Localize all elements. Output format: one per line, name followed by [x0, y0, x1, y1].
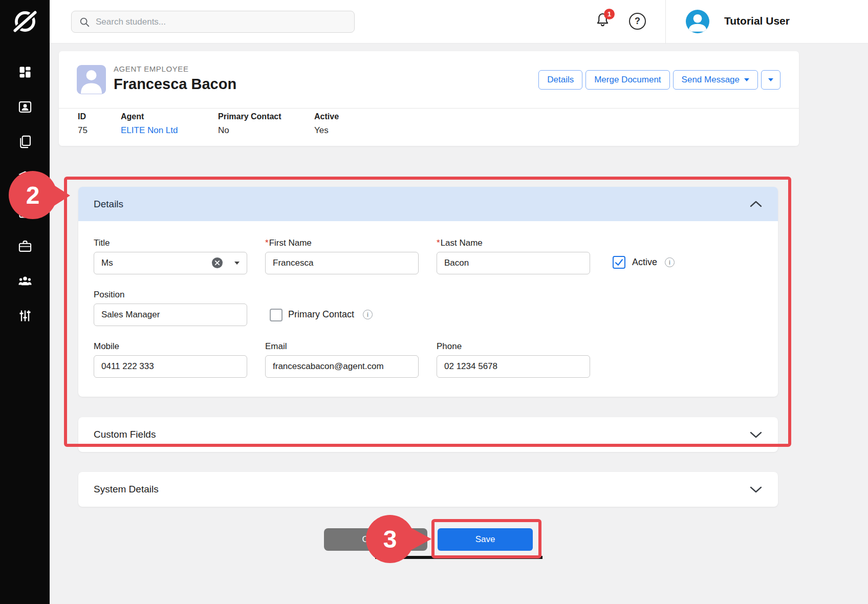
info-active-label: Active: [314, 112, 339, 121]
info-active: Active Yes: [314, 112, 339, 136]
details-button[interactable]: Details: [538, 70, 582, 90]
merge-document-button-label: Merge Document: [594, 75, 661, 85]
required-asterisk: *: [265, 238, 269, 248]
email-label: Email: [265, 341, 287, 352]
annotation-arrow-3: [410, 527, 431, 551]
details-section-header[interactable]: Details: [78, 187, 778, 221]
search-input[interactable]: [96, 17, 347, 27]
details-section: Details Title *First Name *Last Name: [78, 187, 778, 397]
search-icon: [79, 16, 90, 28]
title-label: Title: [94, 238, 110, 248]
title-select: [94, 252, 247, 274]
info-icon: i: [665, 257, 675, 267]
divider: [59, 108, 799, 109]
info-id-label: ID: [78, 112, 88, 121]
topbar-divider: [665, 0, 666, 44]
entity-avatar: [77, 65, 106, 94]
position-input[interactable]: [94, 304, 247, 326]
briefcase-icon: [18, 239, 32, 253]
info-primary-contact: Primary Contact No: [218, 112, 281, 136]
annotation-step-3-number: 3: [383, 525, 397, 553]
sidebar: [0, 0, 50, 604]
page-title: Francesca Bacon: [114, 76, 236, 93]
person-icon: [686, 10, 709, 33]
dashboard-icon: [18, 65, 32, 79]
active-checkbox-label: Active: [632, 257, 657, 268]
send-message-button-label: Send Message: [682, 75, 740, 85]
position-label: Position: [94, 290, 124, 300]
sidebar-item-agents[interactable]: [0, 269, 50, 293]
caret-down-icon: [768, 78, 773, 81]
email-input[interactable]: [265, 355, 419, 378]
logo-icon: [10, 7, 40, 36]
search-box: [71, 11, 355, 33]
phone-input[interactable]: [437, 355, 590, 378]
sidebar-item-dashboard[interactable]: [0, 60, 50, 84]
sidebar-item-contacts[interactable]: [0, 95, 50, 119]
system-details-title: System Details: [94, 484, 159, 495]
topbar: 1 ? Tutorial User: [50, 0, 868, 44]
user-avatar[interactable]: [686, 10, 709, 33]
chevron-down-icon: [749, 486, 763, 493]
info-agent-label: Agent: [121, 112, 178, 121]
app-logo[interactable]: [10, 7, 40, 36]
sidebar-item-services[interactable]: [0, 234, 50, 258]
annotation-step-2-number: 2: [26, 181, 40, 209]
agent-link[interactable]: ELITE Non Ltd: [121, 125, 178, 136]
custom-fields-section-header[interactable]: Custom Fields: [78, 417, 778, 452]
chevron-down-icon: [749, 431, 763, 439]
phone-label: Phone: [437, 341, 462, 352]
mobile-input[interactable]: [94, 355, 247, 378]
title-input[interactable]: [94, 252, 247, 274]
send-message-button[interactable]: Send Message: [673, 70, 758, 90]
annotation-balloon-3: 3: [366, 515, 414, 563]
entity-header-card: AGENT EMPLOYEE Francesca Bacon Details M…: [59, 51, 799, 146]
primary-contact-checkbox-label: Primary Contact: [288, 309, 354, 320]
header-actions: Details Merge Document Send Message: [538, 70, 780, 90]
system-details-section-header[interactable]: System Details: [78, 472, 778, 507]
people-group-icon: [18, 274, 32, 288]
info-primary-contact-value: No: [218, 125, 281, 136]
info-icon: i: [363, 310, 373, 319]
info-id-value: 75: [78, 125, 88, 136]
save-button[interactable]: Save: [438, 528, 533, 551]
user-name: Tutorial User: [724, 15, 790, 27]
sidebar-item-documents[interactable]: [0, 130, 50, 154]
required-asterisk: *: [437, 238, 440, 248]
help-button[interactable]: ?: [629, 13, 646, 30]
active-checkbox[interactable]: [613, 256, 625, 269]
info-agent: Agent ELITE Non Ltd: [121, 112, 178, 136]
primary-contact-checkbox[interactable]: [270, 309, 283, 321]
entity-type-label: AGENT EMPLOYEE: [114, 64, 189, 73]
info-active-value: Yes: [314, 125, 339, 136]
notification-badge: 1: [604, 9, 615, 19]
mobile-label: Mobile: [94, 341, 119, 352]
clear-icon[interactable]: [212, 257, 223, 268]
custom-fields-title: Custom Fields: [94, 429, 156, 440]
last-name-label: *Last Name: [437, 238, 483, 248]
sidebar-item-settings[interactable]: [0, 304, 50, 328]
question-mark-icon: ?: [635, 16, 640, 27]
annotation-arrow-2: [52, 184, 70, 207]
info-primary-contact-label: Primary Contact: [218, 112, 281, 121]
contact-card-icon: [18, 100, 32, 114]
sliders-icon: [18, 309, 32, 323]
details-button-label: Details: [547, 75, 574, 85]
checkmark-icon: [614, 257, 624, 267]
notifications-button[interactable]: 1: [595, 12, 613, 32]
caret-down-icon: [744, 78, 749, 81]
details-section-title: Details: [94, 199, 123, 210]
app-window: 1 ? Tutorial User AGENT EMPLOYEE Frances…: [0, 0, 868, 604]
merge-document-button[interactable]: Merge Document: [585, 70, 669, 90]
annotation-balloon-2: 2: [9, 171, 57, 219]
first-name-input[interactable]: [265, 252, 419, 274]
chevron-up-icon: [749, 200, 763, 208]
info-id: ID 75: [78, 112, 88, 136]
documents-icon: [18, 135, 32, 149]
first-name-label: *First Name: [265, 238, 312, 248]
more-actions-button[interactable]: [761, 70, 780, 90]
person-icon: [77, 65, 106, 94]
dropdown-caret-icon[interactable]: [234, 262, 240, 265]
last-name-input[interactable]: [437, 252, 590, 274]
